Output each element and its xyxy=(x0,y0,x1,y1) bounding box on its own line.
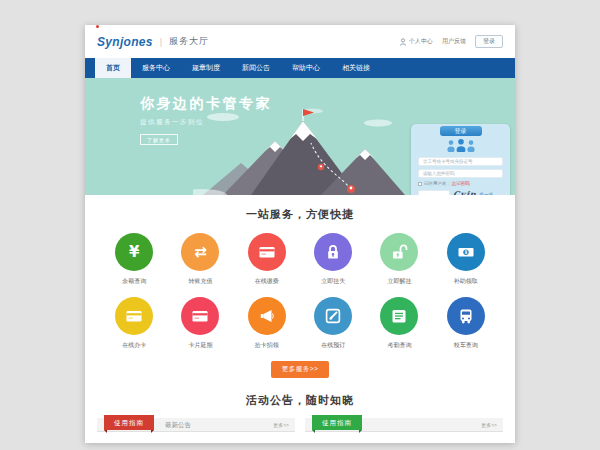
card-icon xyxy=(257,242,277,262)
service-circle[interactable]: ¥ xyxy=(115,233,153,271)
remember-row: 记住用户名 | 忘记密码 xyxy=(418,181,503,186)
nav-item-help-center[interactable]: 帮助中心 xyxy=(281,58,331,78)
unlock-icon xyxy=(389,242,409,262)
service-item-attendance[interactable]: 考勤查询 xyxy=(380,297,418,350)
service-item-transfer[interactable]: ⇄ 转账充值 xyxy=(181,233,219,286)
service-circle[interactable] xyxy=(380,233,418,271)
service-label: 考勤查询 xyxy=(387,341,411,350)
service-circle[interactable] xyxy=(447,297,485,335)
captcha-input[interactable] xyxy=(418,190,450,196)
service-item-found-card[interactable]: 拾卡招领 xyxy=(248,297,286,350)
hero-cta-button[interactable]: 了解更多 xyxy=(140,134,178,145)
more-services-button[interactable]: 更多服务>> xyxy=(271,361,330,378)
banknote-icon: ¥ xyxy=(456,242,476,262)
card-icon xyxy=(124,306,144,326)
username-input[interactable] xyxy=(418,157,503,166)
svg-text:¥: ¥ xyxy=(465,250,468,255)
login-panel: 登录 记住用户名 | 忘记密码 Cyjp 换一张 登录 xyxy=(411,124,510,195)
service-circle[interactable] xyxy=(314,297,352,335)
more-link[interactable]: 更多>> xyxy=(481,418,497,432)
more-link[interactable]: 更多>> xyxy=(273,418,289,432)
tabbar: 使用指南 最新公告 更多>> xyxy=(97,418,295,432)
service-item-subsidy[interactable]: ¥ 补助领取 xyxy=(447,233,485,286)
personal-center-link[interactable]: 个人中心 xyxy=(399,37,433,46)
users-icon xyxy=(444,138,478,152)
megaphone-icon xyxy=(257,306,277,326)
service-circle[interactable] xyxy=(248,233,286,271)
announcement-panels: 使用指南 最新公告 更多>> 使用指南 更多>> xyxy=(85,418,515,432)
ribbon-tab-guide[interactable]: 使用指南 xyxy=(312,415,362,430)
announcement-panel-right: 使用指南 更多>> xyxy=(305,418,503,432)
transfer-arrows-icon: ⇄ xyxy=(194,245,207,260)
edit-icon xyxy=(323,306,343,326)
remember-checkbox[interactable] xyxy=(418,182,422,186)
service-label: 卡片延期 xyxy=(188,341,212,350)
nav-item-service-center[interactable]: 服务中心 xyxy=(131,58,181,78)
service-circle[interactable] xyxy=(181,297,219,335)
nav-item-links[interactable]: 相关链接 xyxy=(331,58,381,78)
site-name: 服务大厅 xyxy=(169,35,209,48)
service-label: 在线预订 xyxy=(321,341,345,350)
header-divider: | xyxy=(160,37,162,47)
logo-text: Synjones xyxy=(97,35,153,49)
main-nav: 首页 服务中心 规章制度 新闻公告 帮助中心 相关链接 xyxy=(85,58,515,78)
service-label: 转账充值 xyxy=(188,277,212,286)
logo-accent-dot xyxy=(96,25,99,28)
ribbon-fold xyxy=(104,430,107,433)
announcements-title: 活动公告，随时知晓 xyxy=(85,393,515,408)
service-item-apply-card[interactable]: 在线办卡 xyxy=(115,297,153,350)
service-item-school-bus[interactable]: 校车查询 xyxy=(447,297,485,350)
login-tab[interactable]: 登录 xyxy=(440,126,482,136)
service-label: 立即解挂 xyxy=(387,277,411,286)
service-circle[interactable]: ¥ xyxy=(447,233,485,271)
bus-icon xyxy=(456,306,476,326)
service-circle[interactable] xyxy=(314,233,352,271)
card-icon xyxy=(190,306,210,326)
captcha-image[interactable]: Cyjp xyxy=(452,189,477,195)
hero-title: 你身边的卡管专家 xyxy=(140,95,272,113)
yuan-icon: ¥ xyxy=(129,245,139,260)
forgot-password-link[interactable]: 忘记密码 xyxy=(452,181,470,186)
user-feedback-link[interactable]: 用户反馈 xyxy=(442,37,466,46)
password-input[interactable] xyxy=(418,169,503,178)
header-login-button[interactable]: 登录 xyxy=(475,35,503,48)
services-grid: ¥ 余额查询 ⇄ 转账充值 在线缴费 xyxy=(85,233,515,350)
service-circle[interactable]: ⇄ xyxy=(181,233,219,271)
services-section: 一站服务，方便快捷 ¥ 余额查询 ⇄ 转账充值 xyxy=(85,195,515,378)
lock-icon xyxy=(323,242,343,262)
ribbon-fold xyxy=(151,430,154,433)
service-circle[interactable] xyxy=(248,297,286,335)
header: Synjones | 服务大厅 个人中心 用户反馈 登录 xyxy=(85,25,515,58)
separator: | xyxy=(449,181,450,186)
tab-latest-news[interactable]: 最新公告 xyxy=(165,418,191,432)
service-label: 拾卡招领 xyxy=(255,341,279,350)
service-item-card-extension[interactable]: 卡片延期 xyxy=(181,297,219,350)
user-feedback-label: 用户反馈 xyxy=(442,37,466,46)
announcement-panel-left: 使用指南 最新公告 更多>> xyxy=(97,418,295,432)
hero-copy: 你身边的卡管专家 提供服务一步到位 了解更多 xyxy=(140,95,272,146)
page: Synjones | 服务大厅 个人中心 用户反馈 登录 首页 服务中心 规章制… xyxy=(85,25,515,443)
service-circle[interactable] xyxy=(380,297,418,335)
nav-item-news[interactable]: 新闻公告 xyxy=(231,58,281,78)
service-item-balance[interactable]: ¥ 余额查询 xyxy=(115,233,153,286)
service-item-cancel-loss[interactable]: 立即解挂 xyxy=(380,233,418,286)
nav-item-home[interactable]: 首页 xyxy=(95,58,131,78)
service-label: 在线办卡 xyxy=(122,341,146,350)
tabbar: 使用指南 更多>> xyxy=(305,418,503,432)
service-label: 补助领取 xyxy=(454,277,478,286)
captcha-refresh-link[interactable]: 换一张 xyxy=(480,192,494,196)
ribbon-fold xyxy=(312,430,315,433)
service-circle[interactable] xyxy=(115,297,153,335)
captcha-row: Cyjp 换一张 xyxy=(418,189,503,195)
service-item-online-booking[interactable]: 在线预订 xyxy=(314,297,352,350)
user-icon xyxy=(399,38,407,46)
ribbon-tab-guide[interactable]: 使用指南 xyxy=(104,415,154,430)
service-item-report-loss[interactable]: 立即挂失 xyxy=(314,233,352,286)
service-item-online-payment[interactable]: 在线缴费 xyxy=(248,233,286,286)
nav-item-rules[interactable]: 规章制度 xyxy=(181,58,231,78)
logo[interactable]: Synjones | 服务大厅 xyxy=(97,35,209,49)
hero-subtitle: 提供服务一步到位 xyxy=(140,118,272,127)
header-right: 个人中心 用户反馈 登录 xyxy=(399,35,503,48)
list-icon xyxy=(389,306,409,326)
services-title: 一站服务，方便快捷 xyxy=(85,207,515,222)
